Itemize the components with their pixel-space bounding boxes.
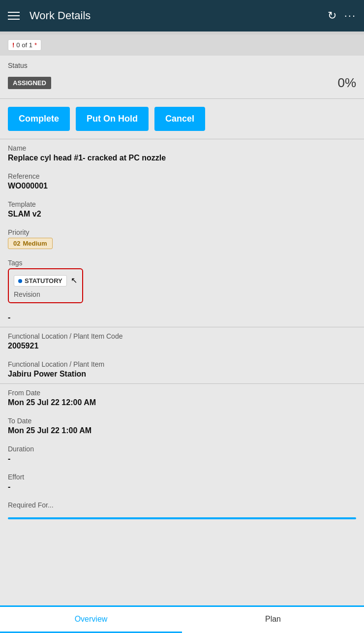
- to-date-value: Mon 25 Jul 22 1:00 AM: [8, 426, 356, 435]
- duration-value: -: [8, 454, 356, 463]
- revision-field: -: [0, 308, 364, 327]
- effort-field: Effort -: [0, 468, 364, 496]
- priority-field: Priority 02 Medium: [0, 223, 364, 254]
- tag-statutory: STATUTORY: [14, 275, 67, 286]
- revision-value: -: [8, 313, 356, 322]
- reference-label: Reference: [8, 172, 356, 180]
- priority-number: 02: [13, 240, 20, 247]
- tag-statutory-label: STATUTORY: [25, 277, 62, 285]
- func-loc-item-field: Functional Location / Plant Item Jabiru …: [0, 355, 364, 383]
- action-buttons: Complete Put On Hold Cancel: [0, 99, 364, 139]
- record-badge: ! 0 of 1 *: [8, 39, 41, 51]
- bottom-nav: Overview Plan: [0, 605, 364, 633]
- effort-value: -: [8, 482, 356, 491]
- partial-field: Required For...: [0, 496, 364, 515]
- cancel-button[interactable]: Cancel: [154, 107, 205, 131]
- tags-label: Tags: [8, 259, 356, 267]
- func-loc-code-label: Functional Location / Plant Item Code: [8, 332, 356, 340]
- from-date-value: Mon 25 Jul 22 12:00 AM: [8, 398, 356, 407]
- name-field: Name Replace cyl head #1- cracked at PC …: [0, 139, 364, 167]
- status-section: Status ASSIGNED 0%: [0, 56, 364, 98]
- exclaim-icon: !: [12, 41, 14, 49]
- nav-plan[interactable]: Plan: [182, 607, 364, 633]
- content-area: ! 0 of 1 * Status ASSIGNED 0% Complete P…: [0, 34, 364, 633]
- complete-button[interactable]: Complete: [8, 107, 70, 131]
- to-date-label: To Date: [8, 417, 356, 425]
- effort-label: Effort: [8, 473, 356, 481]
- menu-icon[interactable]: [8, 12, 20, 20]
- more-options-icon[interactable]: ···: [344, 9, 356, 22]
- record-counter: 0 of 1: [16, 41, 32, 49]
- reference-value: WO000001: [8, 182, 356, 190]
- tags-section: Tags STATUTORY ↖ Revision: [0, 254, 364, 308]
- duration-label: Duration: [8, 445, 356, 453]
- cursor-icon: ↖: [71, 276, 77, 285]
- tag-dot-icon: [18, 279, 22, 283]
- name-value: Replace cyl head #1- cracked at PC nozzl…: [8, 154, 356, 162]
- priority-label: Priority: [8, 228, 356, 236]
- nav-overview[interactable]: Overview: [0, 607, 182, 633]
- record-bar: ! 0 of 1 *: [0, 34, 364, 56]
- template-label: Template: [8, 200, 356, 208]
- asterisk-icon: *: [34, 41, 37, 49]
- reference-field: Reference WO000001: [0, 167, 364, 195]
- app-header: Work Details ↻ ···: [0, 0, 364, 32]
- revision-label: Revision: [14, 290, 77, 298]
- from-date-label: From Date: [8, 389, 356, 397]
- put-on-hold-button[interactable]: Put On Hold: [76, 107, 149, 131]
- status-label: Status: [8, 62, 356, 69]
- template-field: Template SLAM v2: [0, 195, 364, 223]
- refresh-icon[interactable]: ↻: [328, 9, 336, 22]
- func-loc-item-value: Jabiru Power Station: [8, 370, 356, 379]
- priority-text: Medium: [23, 240, 47, 247]
- status-row: ASSIGNED 0%: [8, 73, 356, 93]
- completion-percent: 0%: [337, 75, 356, 91]
- priority-badge: 02 Medium: [8, 238, 53, 249]
- template-value: SLAM v2: [8, 210, 356, 219]
- status-badge: ASSIGNED: [8, 77, 51, 89]
- duration-field: Duration -: [0, 440, 364, 468]
- func-loc-code-value: 2005921: [8, 342, 356, 350]
- func-loc-code-field: Functional Location / Plant Item Code 20…: [0, 327, 364, 355]
- tags-highlight-box: STATUTORY ↖ Revision: [8, 268, 83, 303]
- func-loc-item-label: Functional Location / Plant Item: [8, 360, 356, 368]
- from-date-field: From Date Mon 25 Jul 22 12:00 AM: [0, 384, 364, 412]
- to-date-field: To Date Mon 25 Jul 22 1:00 AM: [0, 412, 364, 440]
- page-title: Work Details: [30, 9, 328, 22]
- bottom-progress-bar: [8, 517, 356, 519]
- name-label: Name: [8, 144, 356, 152]
- partial-label: Required For...: [8, 501, 356, 509]
